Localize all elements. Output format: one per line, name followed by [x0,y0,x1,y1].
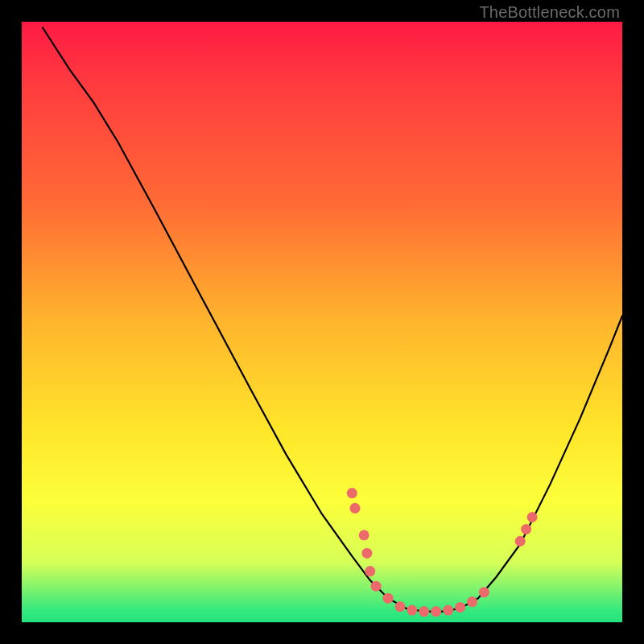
data-point [407,605,417,616]
watermark-text: TheBottleneck.com [479,3,620,22]
chart-svg [22,22,622,622]
data-point [527,512,538,522]
data-point [515,536,526,547]
data-point [443,605,453,616]
data-point [521,524,531,535]
data-point [419,606,429,617]
data-point [371,581,382,592]
data-points [347,488,538,617]
data-point [395,601,406,612]
data-point [383,593,394,604]
plot-area [22,22,622,622]
data-point [479,587,489,597]
data-point [455,602,465,613]
bottleneck-curve [43,28,622,612]
data-point [359,530,369,540]
data-point [347,488,357,498]
chart-frame: TheBottleneck.com [0,0,644,644]
data-point [467,597,477,607]
data-point [431,606,441,617]
data-point [361,548,372,559]
data-point [365,566,375,576]
data-point [350,503,361,514]
